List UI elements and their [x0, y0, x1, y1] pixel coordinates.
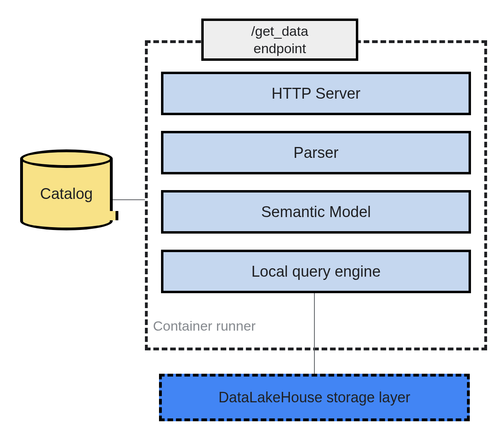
semantic-model-box: Semantic Model — [161, 190, 471, 234]
get-data-endpoint-box: /get_data endpoint — [201, 19, 358, 61]
endpoint-line1: /get_data — [251, 23, 308, 40]
parser-box: Parser — [161, 131, 471, 174]
storage-connector-line — [314, 293, 315, 374]
http-server-box: HTTP Server — [161, 72, 471, 115]
local-query-engine-box: Local query engine — [161, 250, 471, 293]
semantic-model-label: Semantic Model — [261, 203, 371, 221]
parser-label: Parser — [293, 144, 339, 161]
datalakehouse-storage-box: DataLakeHouse storage layer — [159, 374, 470, 421]
http-server-label: HTTP Server — [271, 85, 360, 102]
storage-label: DataLakeHouse storage layer — [219, 388, 410, 407]
architecture-diagram: Container runner /get_data endpoint HTTP… — [0, 0, 504, 443]
local-query-engine-label: Local query engine — [251, 263, 380, 280]
endpoint-line2: endpoint — [254, 40, 306, 57]
catalog-connector-line — [113, 199, 145, 200]
cylinder-top — [20, 149, 113, 168]
container-runner-label: Container runner — [153, 318, 256, 334]
catalog-label: Catalog — [20, 185, 113, 203]
cylinder-bottom — [20, 212, 113, 230]
